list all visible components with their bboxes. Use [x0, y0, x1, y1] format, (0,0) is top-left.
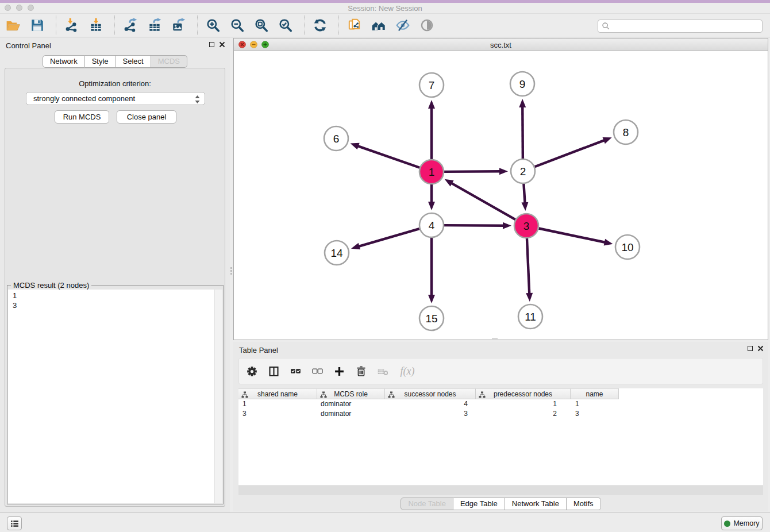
- memory-button[interactable]: Memory: [721, 516, 763, 530]
- table-tab-motifs[interactable]: Motifs: [567, 498, 601, 510]
- column-label: predecessor nodes: [494, 390, 552, 398]
- control-tab-select[interactable]: Select: [116, 55, 151, 68]
- column-label: shared name: [257, 390, 298, 398]
- mcds-result-text[interactable]: 1 3: [8, 290, 214, 503]
- graph-edge-arrow-2-8: [603, 137, 612, 144]
- control-tab-style[interactable]: Style: [85, 55, 116, 68]
- export-network-icon[interactable]: [122, 17, 138, 34]
- graph-edge-arrow-4-14: [351, 243, 360, 250]
- node-table-header: shared nameMCDS rolesuccessor nodesprede…: [238, 388, 763, 399]
- table-tab-node-table[interactable]: Node Table: [401, 498, 453, 510]
- graph-node-label-7: 7: [429, 79, 435, 91]
- graph-edge-3-10[interactable]: [539, 229, 606, 242]
- refresh-layout-icon[interactable]: [312, 17, 328, 34]
- network-canvas[interactable]: 7968124314101511: [234, 52, 768, 340]
- column-label: successor nodes: [404, 390, 456, 398]
- table-tab-edge-table[interactable]: Edge Table: [453, 498, 505, 510]
- table-cell[interactable]: 3: [385, 409, 476, 419]
- unselect-all-icon[interactable]: [310, 364, 324, 379]
- table-cell[interactable]: 2: [476, 409, 571, 419]
- float-table-panel-icon[interactable]: [748, 346, 753, 351]
- control-tab-network[interactable]: Network: [43, 55, 85, 68]
- graph-edge-arrow-1-6: [351, 143, 360, 149]
- clone-network-icon[interactable]: [346, 17, 363, 34]
- graph-edge-2-9[interactable]: [522, 106, 523, 159]
- graph-edge-1-6[interactable]: [357, 146, 419, 168]
- graph-edge-4-14[interactable]: [358, 229, 419, 246]
- gear-icon[interactable]: [245, 364, 259, 379]
- table-row[interactable]: 3dominator323: [238, 409, 763, 419]
- import-network-icon[interactable]: [64, 17, 80, 34]
- table-tab-network-table[interactable]: Network Table: [505, 498, 567, 510]
- graph-edge-2-3[interactable]: [523, 184, 525, 203]
- toolbar-separator: [56, 16, 56, 35]
- open-session-icon[interactable]: [5, 17, 21, 34]
- zoom-selected-icon[interactable]: [278, 17, 294, 34]
- export-table-icon[interactable]: [147, 17, 163, 34]
- table-footer-strip: [238, 485, 763, 495]
- status-bar: Memory: [0, 512, 770, 532]
- graph-edge-3-1[interactable]: [451, 183, 515, 219]
- add-column-icon[interactable]: [332, 364, 346, 379]
- column-header-name[interactable]: name: [571, 388, 619, 399]
- zoom-in-icon[interactable]: [205, 17, 221, 34]
- delete-column-icon[interactable]: [354, 364, 368, 379]
- export-image-icon[interactable]: [171, 17, 187, 34]
- zoom-fit-icon[interactable]: [253, 17, 270, 34]
- graph-node-label-6: 6: [333, 133, 340, 145]
- import-table-icon[interactable]: [88, 17, 104, 34]
- mcds-result-scrollbar[interactable]: [214, 290, 222, 503]
- horizontal-splitter-handle[interactable]: [492, 338, 498, 340]
- graph-edge-arrow-4-3: [503, 222, 511, 229]
- control-panel-header: Control Panel: [0, 37, 230, 52]
- column-header-mcds-role[interactable]: MCDS role: [317, 388, 385, 399]
- table-cell[interactable]: 1: [238, 399, 317, 409]
- toolbar-separator: [304, 16, 305, 35]
- graph-node-label-14: 14: [330, 247, 343, 259]
- run-mcds-button[interactable]: Run MCDS: [55, 110, 109, 124]
- show-all-icon[interactable]: [419, 17, 435, 34]
- hierarchy-icon: [388, 391, 395, 398]
- column-label: name: [586, 390, 603, 398]
- column-header-predecessor-nodes[interactable]: predecessor nodes: [476, 388, 571, 399]
- graph-edge-arrow-2-3: [521, 202, 528, 211]
- table-panel-title: Table Panel: [239, 346, 278, 354]
- table-cell[interactable]: dominator: [317, 399, 385, 409]
- save-session-icon[interactable]: [29, 17, 45, 34]
- graph-edge-3-11[interactable]: [527, 238, 529, 294]
- search-field[interactable]: [598, 20, 763, 33]
- main-toolbar: [0, 13, 770, 37]
- first-neighbors-icon[interactable]: [371, 17, 387, 34]
- graph-edge-2-8[interactable]: [535, 140, 605, 167]
- control-tab-mcds[interactable]: MCDS: [151, 55, 187, 68]
- table-cell[interactable]: 1: [476, 399, 571, 409]
- table-cell[interactable]: 4: [385, 399, 476, 409]
- float-panel-icon[interactable]: [209, 42, 214, 47]
- graph-node-label-1: 1: [429, 166, 435, 178]
- vertical-splitter-handle[interactable]: [229, 265, 233, 276]
- control-panel-title: Control Panel: [6, 41, 51, 50]
- graph-edge-1-2[interactable]: [444, 171, 500, 172]
- graph-edge-4-3[interactable]: [444, 225, 504, 226]
- zoom-out-icon[interactable]: [229, 17, 245, 34]
- table-cell[interactable]: dominator: [317, 409, 385, 419]
- table-row[interactable]: 1dominator411: [238, 399, 763, 409]
- close-panel-button[interactable]: Close panel: [117, 110, 176, 124]
- close-table-panel-icon[interactable]: [757, 345, 764, 352]
- table-cell[interactable]: 3: [571, 409, 619, 419]
- select-all-icon[interactable]: [288, 364, 302, 379]
- task-history-button[interactable]: [7, 516, 22, 530]
- close-panel-icon[interactable]: [219, 41, 225, 48]
- optimization-criterion-select[interactable]: strongly connected component: [26, 92, 205, 105]
- table-cell[interactable]: 3: [238, 409, 317, 419]
- split-column-icon[interactable]: [267, 364, 280, 379]
- hide-selected-icon[interactable]: [395, 17, 411, 34]
- column-header-successor-nodes[interactable]: successor nodes: [385, 388, 476, 399]
- column-header-shared-name[interactable]: shared name: [238, 388, 317, 399]
- graph-node-label-15: 15: [425, 313, 437, 325]
- graph-edge-arrow-4-15: [428, 295, 435, 303]
- search-input[interactable]: [613, 21, 762, 32]
- table-cell[interactable]: 1: [571, 399, 619, 409]
- network-window-titlebar[interactable]: scc.txt: [234, 38, 768, 51]
- mcds-result-box: MCDS result (2 nodes) 1 3: [7, 285, 224, 504]
